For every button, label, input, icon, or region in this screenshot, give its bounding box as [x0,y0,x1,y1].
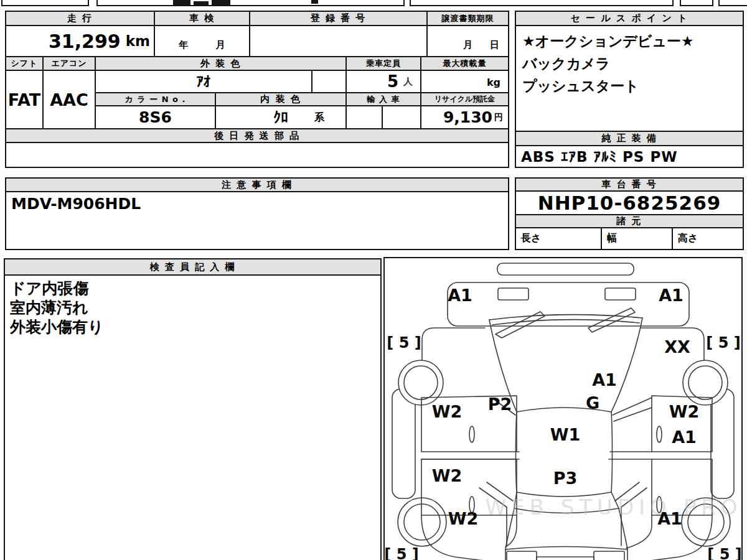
inspection-header: 車 検 [154,11,250,26]
inspection-month-label: 月 [216,39,225,51]
text-fragment [311,0,318,4]
damage-label-left-rear-door: W2 [432,466,463,485]
spec-length-cell: 長さ [515,227,602,250]
capacity-unit: 人 [403,76,413,88]
interior-color-text: ｸﾛ [273,109,288,126]
recycle-fee-unit: 円 [494,112,503,123]
damage-label-roof-rear: P3 [553,469,578,488]
recycle-deposit-header: リサイクル預託金 [420,92,509,106]
import-value-cell [382,105,421,129]
transfer-deadline-header: 譲渡書類期限 [426,11,509,26]
inspector-box: 検 査 員 記 入 欄 ドア内張傷室内薄汚れ外装小傷有り [4,258,382,560]
front-strip [497,263,634,275]
import-value-cell [345,105,383,129]
damage-diagram-box: WEB STUDIO PRO A1 A1 [ 5 ] [ 5 ] XX A1 P… [383,257,743,560]
exterior-color-sub-cell [311,70,347,93]
deadline-day-label: 日 [490,39,499,51]
shift-value: FAT [5,70,44,129]
damage-label-front-bumper-left: A1 [448,286,472,305]
notes-header: 注 意 事 項 欄 [5,177,509,192]
top-strip-cell [96,0,405,6]
damage-label-right-rear-quarter: A1 [657,509,682,528]
tire-mark-rear-right: [ 5 ] [707,546,741,560]
pillar-slant [614,408,652,421]
interior-color-value: ｸﾛ 系 [215,105,347,129]
color-no-header: カ ラ ー N o . [95,92,216,106]
later-parts-header: 後 日 発 送 部 品 [5,128,509,143]
inspector-line: 外装小傷有り [10,318,104,336]
rocker-right [711,389,734,498]
registration-value [249,25,428,57]
sales-point-line: バックカメラ [522,55,610,72]
later-parts-value [5,142,509,168]
color-no-value: 8S6 [95,105,216,129]
inspector-line: 室内薄汚れ [10,299,88,317]
spec-height-cell: 高さ [672,227,744,250]
equipment-header: 純 正 装 備 [515,131,744,146]
inspector-header: 検 査 員 記 入 欄 [5,259,380,276]
capacity-header: 乗車定員 [345,56,421,71]
tire-mark-front-left: [ 5 ] [387,334,421,352]
inspector-line: ドア内張傷 [10,279,88,297]
damage-label-left-a-pillar: P2 [488,394,512,414]
rear-bumper [505,547,627,560]
rear-quarter-right [626,515,652,548]
sales-point-header: セ ー ル ス ポ イ ン ト [515,11,744,26]
text-fragment [194,1,209,6]
max-load-header: 最大積載量 [420,56,509,71]
headlight-right [605,288,636,300]
mileage-value: 31,299 km [5,25,155,57]
import-header: 輸 入 車 [345,92,421,106]
interior-color-header: 内 装 色 [215,92,347,106]
inspection-year-label: 年 [179,39,189,51]
rear-bumper-bar [537,557,594,560]
damage-label-roof-front-right: G [586,393,599,413]
specs-header: 諸 元 [515,214,744,228]
rocker-left [392,389,415,498]
damage-label-right-front-door: W2 [669,402,700,421]
sales-point-line: ★オークションデビュー★ [522,33,694,49]
exterior-color-value: ｱｵ [95,70,312,93]
chassis-value: NHP10-6825269 [515,190,744,215]
capacity-value: 5 人 [345,70,421,93]
headlight-left [498,288,529,300]
top-strip-cell [410,0,674,6]
capacity-number: 5 [387,72,398,91]
damage-label-left-front-door: W2 [432,402,463,421]
sales-point-body: ★オークションデビュー★バックカメラプッシュスタート [515,25,744,132]
top-strip-cell [718,0,747,6]
registration-header: 登 録 番 号 [249,11,428,26]
rear-bumper-notch [507,551,537,560]
interior-color-suffix: 系 [314,111,324,124]
damage-label-roof: W1 [550,425,581,444]
car-top-view-diagram: WEB STUDIO PRO A1 A1 [ 5 ] [ 5 ] XX A1 P… [385,258,741,560]
mileage-header: 走 行 [5,11,155,26]
text-fragment [212,0,230,6]
damage-label-right-front-door-2: A1 [672,427,697,447]
damage-label-front-bumper-right: A1 [659,286,684,305]
deadline-month-label: 月 [463,39,472,51]
aircon-value: AAC [42,70,96,129]
recycle-fee-number: 9,130 [443,108,492,126]
door-handle [657,426,662,442]
watermark: WEB STUDIO PRO [485,495,741,520]
sales-point-line: プッシュスタート [522,78,639,94]
damage-label-front-right-fender: XX [664,337,690,357]
a-pillar-right [611,318,642,412]
top-strip-cell [680,0,713,6]
exterior-color-header: 外 装 色 [95,56,347,71]
top-strip-cell [1,0,89,6]
inspection-value: 年 月 [154,25,250,57]
text-fragment [173,0,190,6]
chassis-header: 車 台 番 号 [515,177,744,192]
mileage-unit: km [126,33,150,49]
transfer-deadline-value: 月 日 [426,25,509,57]
pillar-slant [613,398,652,415]
notes-body: MDV-M906HDL [5,191,509,250]
door-handle [469,426,474,442]
front-right-wheel [683,360,728,405]
inspector-body: ドア内張傷室内薄汚れ外装小傷有り [5,276,380,340]
tire-mark-rear-left: [ 5 ] [385,546,419,560]
front-left-wheel [398,360,443,405]
equipment-value: ABS ｴｱB ｱﾙﾐ PS PW [515,145,744,168]
